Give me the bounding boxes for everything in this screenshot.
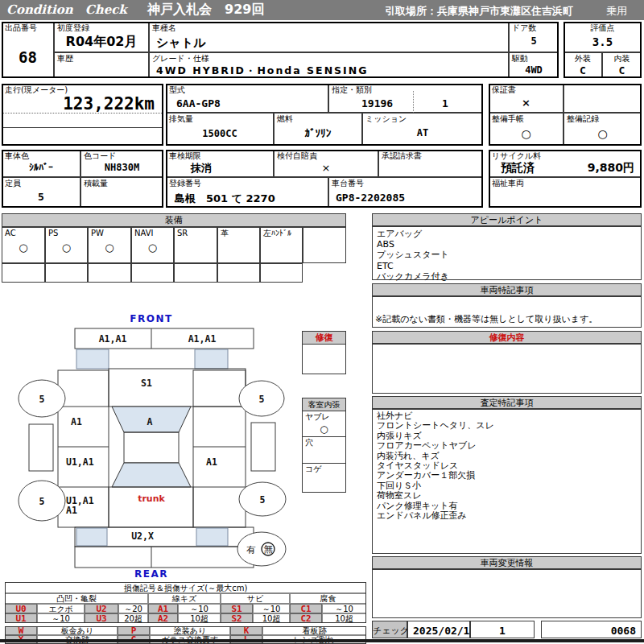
- transmission-label: ミッション: [365, 114, 407, 123]
- windshield-code: A: [147, 416, 153, 427]
- bottom-rule: [0, 639, 644, 642]
- legend-desc: 10超: [322, 613, 366, 623]
- doors-label: ドア数: [512, 23, 536, 32]
- legend-desc: 板金あり: [37, 626, 118, 635]
- body-color-cell: 車体色 ｼﾙﾊﾞｰ: [2, 150, 80, 177]
- maintenance-record-value: ○: [564, 127, 641, 140]
- tire-size-front-left: 5: [39, 394, 45, 405]
- registration-number-label: 登録番号: [169, 179, 201, 188]
- warranty-empty-cell: [564, 84, 642, 113]
- assessment-item: エンドパネル修正歪み: [373, 511, 641, 521]
- transmission-value: AT: [363, 127, 482, 138]
- maintenance-book-value: ○: [489, 127, 563, 140]
- capacity-cell: 定員 5: [2, 177, 80, 208]
- class-number: 19196: [361, 97, 393, 109]
- sheet-number-cell: 0068: [541, 621, 642, 638]
- fuel-cell: 燃料 ｶﾞｿﾘﾝ: [274, 113, 362, 146]
- equipment-label: NAVI: [134, 229, 153, 237]
- appeal-item: バックカメラ付き: [373, 271, 641, 282]
- equipment-cell-sr: SR: [174, 227, 217, 263]
- warranty-label: 保証書: [492, 85, 516, 94]
- capacity-value: 5: [2, 191, 80, 203]
- recycle-status-value: 預託済: [501, 161, 535, 175]
- score-value: 3.5: [564, 35, 641, 48]
- equipment-mark: ○: [2, 242, 44, 254]
- history-cell: 車歴: [54, 52, 149, 78]
- lot-number-cell: 出品番号 68: [2, 22, 54, 78]
- maintenance-record-label: 整備記録: [567, 114, 599, 123]
- headlight-left: [76, 349, 109, 369]
- approval-request-label: 承認請求書: [382, 151, 422, 160]
- mileage-cell: 走行(現メーター) 123,222km: [2, 84, 163, 146]
- assessment-item: フロアカーペットヤブレ: [373, 441, 641, 451]
- cabin-lining-burn-cell: コゲ: [302, 463, 346, 493]
- appeal-item: ETC: [373, 261, 641, 271]
- chassis-number-value: GP8-2202085: [336, 192, 405, 204]
- mileage-label: 走行(現メーター): [5, 85, 68, 94]
- drive-value: 4WD: [510, 64, 558, 76]
- assessment-item: 荷物室スレ: [373, 491, 641, 501]
- legend-desc: ～20: [118, 604, 148, 613]
- trunk-label: trunk: [138, 493, 165, 504]
- equipment-mark: ○: [89, 242, 130, 254]
- repair-details-header: 修復内容: [372, 331, 642, 344]
- legend-code: W: [5, 626, 37, 635]
- left-fender-code: A1: [71, 416, 82, 427]
- class-sub-number: 1: [442, 97, 448, 109]
- taillight-right: [196, 528, 228, 546]
- rear-window: [112, 463, 191, 487]
- cabin-lining-header: 客室内張: [302, 398, 346, 411]
- vehicle-notes-disclaimer: ※記載のない書類・機器等は無しとして取り扱います。: [375, 313, 597, 325]
- displacement-value: 1500CC: [167, 128, 273, 139]
- legend-code: S2: [221, 613, 253, 623]
- appeal-item: プッシュスタート: [373, 250, 641, 260]
- mileage-divider-solid: [2, 127, 163, 128]
- change-info-header: 車両変更情報: [372, 556, 642, 569]
- equipment-empty-row-cell: [217, 263, 260, 283]
- check-label-cell: チェック: [372, 621, 407, 638]
- fuel-value: ｶﾞｿﾘﾝ: [275, 127, 361, 139]
- equipment-empty-row-cell: [2, 263, 45, 283]
- chassis-number-label: 車台番号: [332, 179, 364, 188]
- equipment-cell-ps: PS ○: [45, 227, 88, 263]
- exterior-grade-label: 外装: [564, 54, 601, 63]
- inspection-cell: 車検期限 抹消: [166, 150, 274, 177]
- equipment-header: 装備: [2, 213, 346, 227]
- legend-desc: ～10: [322, 604, 366, 613]
- appeal-item: エアバッグ: [373, 229, 641, 239]
- welfare-vehicle-label: 福祉車両: [492, 179, 524, 188]
- cabin-lining-hole-cell: 穴: [302, 436, 346, 464]
- legend-code: U1: [5, 613, 37, 623]
- mileage-divider-dotted: [3, 113, 162, 114]
- rocker-left: [29, 424, 53, 471]
- legend-desc: 塗装あり: [150, 626, 230, 635]
- load-capacity-label: 積載量: [84, 179, 108, 188]
- left-door-code: U1,A1: [66, 456, 94, 468]
- doors-value: 5: [510, 35, 558, 47]
- check-label: チェック: [373, 625, 407, 637]
- equipment-label: 左ﾊﾝﾄﾞﾙ: [263, 229, 291, 237]
- interior-grade-cell: 内装 C: [602, 52, 642, 78]
- legend-desc: 10超: [253, 613, 290, 623]
- cabin-lining-burn-label: コゲ: [305, 464, 321, 473]
- legend-code: A2: [148, 613, 178, 623]
- headlight-right: [195, 349, 228, 369]
- interior-grade-label: 内装: [603, 54, 641, 63]
- score-cell: 評価点 3.5: [564, 22, 642, 52]
- exterior-grade-cell: 外装 C: [564, 52, 602, 78]
- inspection-value: 抹消: [191, 161, 212, 175]
- recycle-fee-value: 9,880円: [588, 161, 634, 175]
- interior-grade-value: C: [603, 64, 641, 76]
- transmission-cell: ミッション AT: [362, 113, 483, 146]
- model-code-value: 6AA-GP8: [176, 97, 221, 109]
- chassis-number-cell: 車台番号 GP8-2202085: [328, 177, 483, 208]
- legend-code: A1: [148, 604, 178, 613]
- tire-size-rear-right: 5: [260, 494, 266, 506]
- assessment-notes-body: 社外ナビ フロントシートヘタリ、スレ 内張りキズ フロアカーペットヤブレ 内装汚…: [372, 409, 642, 554]
- score-label: 評価点: [564, 23, 641, 32]
- equipment-cell-pw: PW ○: [88, 227, 131, 263]
- drive-cell: 駆動 4WD: [509, 52, 559, 78]
- vehicle-notes-header: 車両特記事項: [372, 283, 642, 296]
- legend-desc: 20超: [118, 613, 148, 623]
- auction-title: 神戸入札会 929回: [147, 2, 264, 19]
